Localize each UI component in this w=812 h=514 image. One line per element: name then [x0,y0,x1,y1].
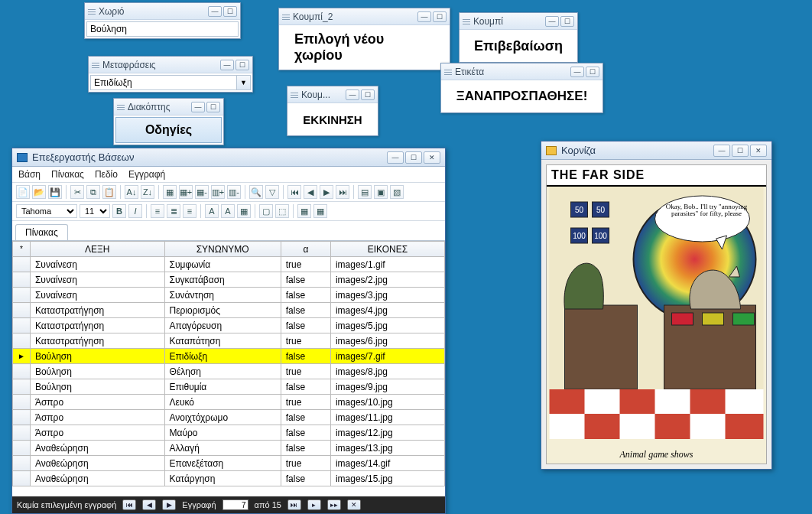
row-header[interactable] [13,441,31,456]
menu-item[interactable]: Εγγραφή [128,169,165,180]
row-header[interactable]: ► [13,349,31,364]
table-row[interactable]: ΒούλησηΘέλησηtrueimages/8.jpg [13,364,445,379]
cell[interactable]: true [281,456,330,471]
column-header[interactable]: ΣΥΝΩΝΥΜΟ [164,242,281,257]
minimize-icon[interactable]: — [208,6,222,17]
cell[interactable]: Κατάργηση [164,471,281,486]
row-header[interactable] [13,303,31,318]
italic-icon[interactable]: I [128,204,142,218]
maximize-icon[interactable]: ☐ [235,60,249,70]
cell[interactable]: Λευκό [164,395,281,410]
table-row[interactable]: ΆσπροΛευκόtrueimages/10.jpg [13,395,445,410]
cell[interactable]: Συγκατάβαση [164,272,281,288]
grid-icon[interactable]: ▦ [163,185,177,199]
odigies-button[interactable]: Οδηγίες [115,117,222,143]
cell[interactable]: images/6.jpg [330,333,444,349]
epivevaiosi-button[interactable]: Επιβεβαίωση [461,31,576,60]
add-col-icon[interactable]: ▥+ [211,185,225,199]
cell[interactable]: Βούληση [30,349,164,364]
next-icon[interactable]: ▶ [320,185,333,199]
row-header[interactable] [13,456,31,471]
menu-item[interactable]: Πίνακας [51,169,84,180]
cell[interactable]: Απαγόρευση [164,318,281,333]
maximize-icon[interactable]: ☐ [560,16,574,27]
nav-a-icon[interactable]: ▸ [307,499,321,510]
cell[interactable]: Συμφωνία [164,257,281,272]
row-header[interactable] [13,395,31,410]
table-row[interactable]: ►ΒούλησηΕπιδίωξηfalseimages/7.gif [13,349,445,364]
cell[interactable]: false [281,425,330,441]
cell[interactable]: images/9.jpg [330,379,444,395]
metafraseis-select[interactable]: ▼ [90,75,251,90]
next-record-icon[interactable]: ▶ [162,499,176,510]
last-icon[interactable]: ⏭ [336,185,349,199]
copy-icon[interactable]: ⧉ [86,185,100,199]
minimize-icon[interactable]: — [346,89,359,100]
sort-desc-icon[interactable]: Z↓ [141,185,154,199]
neo-xorio-button[interactable]: Επιλογή νέου χωρίου [281,27,448,68]
cell[interactable]: Καταστρατήγηση [30,333,164,349]
cell[interactable]: false [281,349,330,364]
titlebar-metafraseis[interactable]: Μεταφράσεις — ☐ [89,57,252,73]
menu-item[interactable]: Πεδίο [95,169,118,180]
cell[interactable]: images/4.jpg [330,303,444,318]
cell[interactable]: Συναίνεση [30,272,164,288]
table-row[interactable]: ΣυναίνεσηΣυνάντησηfalseimages/3.jpg [13,288,445,303]
metafraseis-input[interactable] [90,75,237,90]
border-icon[interactable]: ▢ [259,204,273,218]
cell[interactable]: Συνάντηση [164,288,281,303]
cell[interactable]: Βούληση [30,364,164,379]
table-row[interactable]: ΚαταστρατήγησηΑπαγόρευσηfalseimages/5.jp… [13,318,445,333]
cell[interactable]: Περιορισμός [164,303,281,318]
row-header[interactable] [13,410,31,425]
align-left-icon[interactable]: ≡ [151,204,164,218]
cell[interactable]: Καταπάτηση [164,333,281,349]
rec-input[interactable] [222,499,248,510]
chevron-down-icon[interactable]: ▼ [237,75,251,90]
titlebar-db[interactable]: Επεξεργαστής Βάσεων — ☐ ✕ [12,148,445,167]
cell[interactable]: images/5.jpg [330,318,444,333]
titlebar-diakoptis[interactable]: Διακόπτης — ☐ [114,99,223,115]
tab-pinakas[interactable]: Πίνακας [15,224,68,240]
titlebar-koumpi2[interactable]: Κουμπί_2 — ☐ [279,8,450,25]
close-icon[interactable]: ✕ [424,151,440,164]
maximize-icon[interactable]: ☐ [361,89,375,100]
row-header[interactable] [13,272,31,288]
cell[interactable]: Καταστρατήγηση [30,303,164,318]
view-c-icon[interactable]: ▧ [390,185,404,199]
row-header[interactable] [13,257,31,272]
table-a-icon[interactable]: ▦ [297,204,311,218]
cell[interactable]: images/11.jpg [330,410,444,425]
fill-icon[interactable]: ▦ [237,204,251,218]
cell[interactable]: Άσπρο [30,410,164,425]
table-row[interactable]: ΚαταστρατήγησηΠεριορισμόςfalseimages/4.j… [13,303,445,318]
cell[interactable]: Άσπρο [30,425,164,441]
paste-icon[interactable]: 📋 [102,185,116,199]
prev-record-icon[interactable]: ◀ [142,499,156,510]
minimize-icon[interactable]: — [713,145,730,157]
cell[interactable]: false [281,288,330,303]
cell[interactable]: true [281,395,330,410]
merge-icon[interactable]: ⬚ [275,204,289,218]
row-header[interactable] [13,379,31,395]
bold-icon[interactable]: B [112,204,126,218]
del-col-icon[interactable]: ▥- [227,185,241,199]
cell[interactable]: images/3.jpg [330,288,444,303]
maximize-icon[interactable]: ☐ [732,145,749,157]
cell[interactable]: images/2.jpg [330,272,444,288]
cell[interactable]: images/12.jpg [330,425,444,441]
column-header[interactable]: ΕΙΚΟΝΕΣ [330,242,444,257]
save-icon[interactable]: 💾 [48,185,62,199]
cell[interactable]: Θέληση [164,364,281,379]
cell[interactable]: Συναίνεση [30,288,164,303]
cell[interactable]: true [281,333,330,349]
add-row-icon[interactable]: ▦+ [179,185,193,199]
cell[interactable]: false [281,272,330,288]
last-record-icon[interactable]: ⏭ [287,499,301,510]
row-header[interactable] [13,364,31,379]
minimize-icon[interactable]: — [417,11,431,22]
ekkinisi-button[interactable]: ΕΚΚΙΝΗΣΗ [289,105,376,134]
cell[interactable]: false [281,410,330,425]
font-size-select[interactable]: 11 [80,204,110,218]
cell[interactable]: Καταστρατήγηση [30,318,164,333]
